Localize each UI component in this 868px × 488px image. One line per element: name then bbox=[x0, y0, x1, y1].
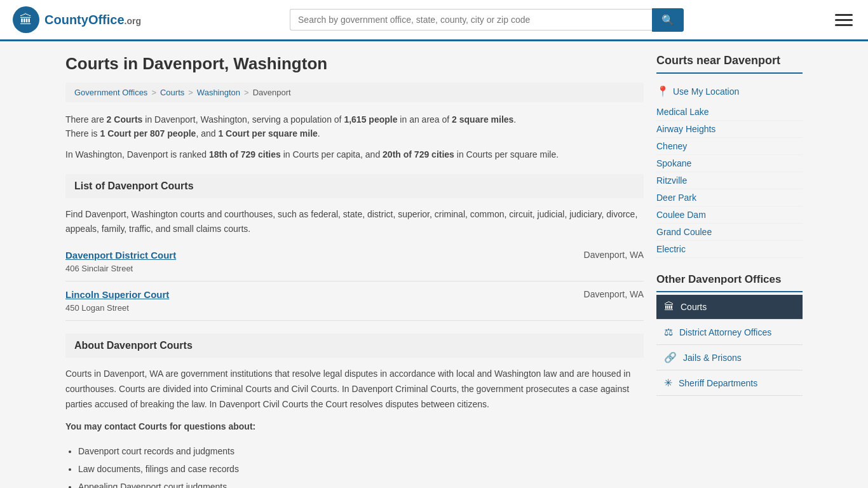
court-item-left-2: Lincoln Superior Court 450 Logan Street bbox=[65, 289, 169, 313]
contact-header: You may contact Courts for questions abo… bbox=[65, 419, 644, 435]
search-area: 🔍 bbox=[290, 8, 684, 32]
court-item-left-1: Davenport District Court 406 Sinclair St… bbox=[65, 250, 176, 273]
district-attorney-label: District Attorney Offices bbox=[679, 327, 771, 337]
ranking-text: In Washington, Davenport is ranked 18th … bbox=[65, 147, 644, 161]
sidebar-item-deer-park[interactable]: Deer Park bbox=[656, 189, 803, 207]
nearby-title: Courts near Davenport bbox=[656, 54, 803, 74]
menu-line-1 bbox=[835, 14, 853, 16]
list-item: Appealing Davenport court judgments bbox=[78, 478, 644, 488]
rank2: 20th of 729 cities bbox=[383, 149, 454, 159]
lincoln-superior-court-address: 450 Logan Street bbox=[65, 303, 129, 313]
contact-header-text: You may contact Courts for questions abo… bbox=[65, 421, 255, 431]
site-header: 🏛 CountyOffice.org 🔍 bbox=[0, 0, 868, 41]
other-offices-title: Other Davenport Offices bbox=[656, 273, 803, 292]
use-my-location-text: Use My Location bbox=[673, 86, 739, 97]
breadcrumb-government-offices[interactable]: Government Offices bbox=[74, 88, 147, 97]
per-capita: 1 Court per 807 people bbox=[100, 128, 196, 139]
table-row: Lincoln Superior Court 450 Logan Street … bbox=[65, 281, 644, 321]
sheriff-icon: ✳ bbox=[664, 377, 672, 389]
breadcrumb-sep-3: > bbox=[244, 88, 249, 97]
sidebar-item-grand-coulee[interactable]: Grand Coulee bbox=[656, 224, 803, 241]
sidebar: Courts near Davenport 📍 Use My Location … bbox=[656, 54, 803, 488]
sidebar-item-airway-heights[interactable]: Airway Heights bbox=[656, 121, 803, 138]
per-sqmile: 1 Court per square mile bbox=[218, 128, 317, 139]
logo-text: CountyOffice.org bbox=[44, 13, 141, 27]
breadcrumb-davenport: Davenport bbox=[253, 88, 291, 97]
use-my-location-link[interactable]: 📍 Use My Location bbox=[656, 81, 803, 104]
courts-icon: 🏛 bbox=[664, 301, 674, 313]
logo-org: .org bbox=[125, 16, 141, 26]
nearby-section: Courts near Davenport 📍 Use My Location … bbox=[656, 54, 803, 258]
jails-label: Jails & Prisons bbox=[683, 353, 742, 363]
davenport-district-court-link[interactable]: Davenport District Court bbox=[65, 250, 176, 261]
rank1: 18th of 729 cities bbox=[209, 149, 281, 159]
davenport-district-court-city: Davenport, WA bbox=[584, 250, 644, 260]
hamburger-menu-button[interactable] bbox=[832, 11, 855, 29]
menu-line-2 bbox=[835, 19, 853, 21]
table-row: Davenport District Court 406 Sinclair St… bbox=[65, 242, 644, 281]
list-description: Find Davenport, Washington courts and co… bbox=[65, 207, 644, 236]
lincoln-superior-court-link[interactable]: Lincoln Superior Court bbox=[65, 289, 169, 300]
office-item-district-attorney[interactable]: ⚖ District Attorney Offices bbox=[656, 320, 803, 345]
about-section-header: About Davenport Courts bbox=[65, 334, 644, 358]
breadcrumb-courts[interactable]: Courts bbox=[160, 88, 184, 97]
list-item: Davenport court records and judgments bbox=[78, 442, 644, 460]
breadcrumb-sep-2: > bbox=[188, 88, 193, 97]
about-text: Courts in Davenport, WA are government i… bbox=[65, 367, 644, 412]
location-pin-icon: 📍 bbox=[656, 85, 669, 97]
sidebar-item-medical-lake[interactable]: Medical Lake bbox=[656, 104, 803, 121]
logo-text-area: CountyOffice.org bbox=[44, 13, 141, 27]
courts-label: Courts bbox=[681, 302, 707, 312]
search-button[interactable]: 🔍 bbox=[652, 8, 684, 32]
population: 1,615 people bbox=[344, 114, 397, 125]
menu-line-3 bbox=[835, 24, 853, 26]
office-item-sheriff[interactable]: ✳ Sheriff Departments bbox=[656, 370, 803, 396]
davenport-district-court-address: 406 Sinclair Street bbox=[65, 264, 133, 273]
sidebar-item-ritzville[interactable]: Ritzville bbox=[656, 172, 803, 189]
logo-county: County bbox=[44, 13, 88, 27]
breadcrumb-sep-1: > bbox=[151, 88, 156, 97]
courts-count: 2 Courts bbox=[107, 114, 143, 125]
area: 2 square miles bbox=[452, 114, 513, 125]
bullet-list: Davenport court records and judgments La… bbox=[78, 442, 644, 488]
search-input[interactable] bbox=[290, 9, 652, 30]
list-item: Law documents, filings and case records bbox=[78, 460, 644, 478]
sidebar-item-electric[interactable]: Electric bbox=[656, 241, 803, 258]
logo-icon: 🏛 bbox=[13, 6, 39, 33]
sidebar-item-spokane[interactable]: Spokane bbox=[656, 155, 803, 172]
courts-list: Davenport District Court 406 Sinclair St… bbox=[65, 242, 644, 321]
main-content: Courts in Davenport, Washington Governme… bbox=[65, 54, 644, 488]
sidebar-item-coulee-dam[interactable]: Coulee Dam bbox=[656, 207, 803, 224]
logo-office: Office bbox=[88, 13, 125, 27]
other-offices-section: Other Davenport Offices 🏛 Courts ⚖ Distr… bbox=[656, 273, 803, 396]
office-item-jails-prisons[interactable]: 🔗 Jails & Prisons bbox=[656, 345, 803, 370]
logo-area: 🏛 CountyOffice.org bbox=[13, 6, 141, 33]
breadcrumb: Government Offices > Courts > Washington… bbox=[65, 83, 644, 102]
list-section-header: List of Davenport Courts bbox=[65, 174, 644, 198]
sheriff-label: Sheriff Departments bbox=[679, 378, 757, 388]
breadcrumb-washington[interactable]: Washington bbox=[197, 88, 240, 97]
main-container: Courts in Davenport, Washington Governme… bbox=[53, 41, 815, 488]
jails-icon: 🔗 bbox=[664, 351, 677, 363]
lincoln-superior-court-city: Davenport, WA bbox=[584, 289, 644, 299]
sidebar-item-cheney[interactable]: Cheney bbox=[656, 138, 803, 155]
district-attorney-icon: ⚖ bbox=[664, 326, 673, 338]
office-item-courts[interactable]: 🏛 Courts bbox=[656, 295, 803, 320]
info-block: There are 2 Courts in Davenport, Washing… bbox=[65, 112, 644, 141]
page-title: Courts in Davenport, Washington bbox=[65, 54, 644, 74]
